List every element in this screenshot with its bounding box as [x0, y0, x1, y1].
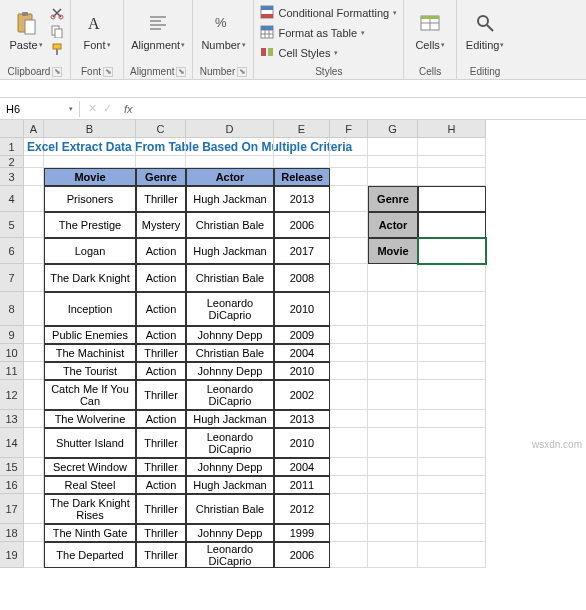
row-header[interactable]: 5 — [0, 212, 24, 238]
row-header[interactable]: 13 — [0, 410, 24, 428]
table-cell[interactable]: Thriller — [136, 344, 186, 362]
criteria-value[interactable] — [418, 238, 486, 264]
cell[interactable] — [418, 362, 486, 380]
cell[interactable] — [330, 524, 368, 542]
cell[interactable] — [186, 138, 274, 156]
table-cell[interactable]: Christian Bale — [186, 494, 274, 524]
table-cell[interactable]: Public Enemies — [44, 326, 136, 344]
table-cell[interactable]: The Tourist — [44, 362, 136, 380]
row-header[interactable]: 1 — [0, 138, 24, 156]
cell[interactable] — [418, 494, 486, 524]
cell[interactable] — [368, 380, 418, 410]
cell[interactable] — [330, 476, 368, 494]
row-header[interactable]: 3 — [0, 168, 24, 186]
table-cell[interactable]: 2006 — [274, 542, 330, 568]
cell[interactable] — [368, 524, 418, 542]
row-header[interactable]: 11 — [0, 362, 24, 380]
cell[interactable] — [24, 524, 44, 542]
row-header[interactable]: 14 — [0, 428, 24, 458]
column-header[interactable]: A — [24, 120, 44, 138]
column-header[interactable]: F — [330, 120, 368, 138]
cell[interactable] — [24, 380, 44, 410]
cell[interactable] — [330, 186, 368, 212]
formula-input[interactable] — [137, 101, 586, 117]
cell[interactable] — [136, 138, 186, 156]
cell[interactable] — [330, 138, 368, 156]
table-cell[interactable]: The Departed — [44, 542, 136, 568]
cell[interactable] — [368, 428, 418, 458]
cell[interactable] — [418, 410, 486, 428]
cell[interactable] — [368, 410, 418, 428]
table-cell[interactable]: 1999 — [274, 524, 330, 542]
cell[interactable] — [330, 156, 368, 168]
column-header[interactable]: B — [44, 120, 136, 138]
cell[interactable] — [24, 186, 44, 212]
cell[interactable] — [418, 524, 486, 542]
cell[interactable] — [368, 458, 418, 476]
table-cell[interactable]: The Dark Knight — [44, 264, 136, 292]
cell[interactable] — [418, 138, 486, 156]
cell[interactable] — [330, 542, 368, 568]
cell[interactable] — [368, 326, 418, 344]
table-cell[interactable]: Logan — [44, 238, 136, 264]
table-cell[interactable]: Thriller — [136, 494, 186, 524]
cell[interactable] — [274, 138, 330, 156]
table-cell[interactable]: Hugh Jackman — [186, 186, 274, 212]
table-cell[interactable]: Leonardo DiCaprio — [186, 292, 274, 326]
row-header[interactable]: 8 — [0, 292, 24, 326]
conditional-formatting-button[interactable]: Conditional Formatting▾ — [260, 4, 397, 22]
table-cell[interactable]: Leonardo DiCaprio — [186, 428, 274, 458]
table-cell[interactable]: 2011 — [274, 476, 330, 494]
table-cell[interactable]: Hugh Jackman — [186, 238, 274, 264]
cell[interactable] — [24, 494, 44, 524]
cell[interactable] — [24, 428, 44, 458]
cell[interactable] — [418, 292, 486, 326]
format-painter-icon[interactable] — [50, 42, 64, 58]
row-header[interactable]: 19 — [0, 542, 24, 568]
cell[interactable] — [330, 410, 368, 428]
cell[interactable] — [368, 542, 418, 568]
cell[interactable] — [418, 168, 486, 186]
cell[interactable] — [330, 264, 368, 292]
table-cell[interactable]: Hugh Jackman — [186, 476, 274, 494]
table-cell[interactable]: Catch Me If You Can — [44, 380, 136, 410]
page-title[interactable]: Excel Extract Data From Table Based On M… — [24, 138, 44, 156]
table-cell[interactable]: Hugh Jackman — [186, 410, 274, 428]
cell[interactable] — [24, 264, 44, 292]
table-cell[interactable]: 2010 — [274, 292, 330, 326]
table-cell[interactable]: The Machinist — [44, 344, 136, 362]
cell[interactable] — [368, 168, 418, 186]
cell[interactable] — [330, 494, 368, 524]
cell[interactable] — [418, 458, 486, 476]
table-cell[interactable]: 2012 — [274, 494, 330, 524]
table-cell[interactable]: Action — [136, 410, 186, 428]
cell[interactable] — [330, 380, 368, 410]
cell[interactable] — [24, 542, 44, 568]
cell[interactable] — [418, 476, 486, 494]
column-header[interactable]: D — [186, 120, 274, 138]
table-cell[interactable]: Action — [136, 476, 186, 494]
cell[interactable] — [418, 542, 486, 568]
cell[interactable] — [418, 326, 486, 344]
cell[interactable] — [368, 362, 418, 380]
cell[interactable] — [24, 156, 44, 168]
alignment-button[interactable]: Alignment▾ — [130, 2, 186, 58]
cells-button[interactable]: Cells▾ — [410, 2, 450, 58]
table-cell[interactable]: Real Steel — [44, 476, 136, 494]
row-header[interactable]: 15 — [0, 458, 24, 476]
cell[interactable] — [330, 458, 368, 476]
cell[interactable] — [330, 168, 368, 186]
table-cell[interactable]: Thriller — [136, 380, 186, 410]
fx-icon[interactable]: fx — [120, 103, 137, 115]
cell[interactable] — [368, 292, 418, 326]
format-as-table-button[interactable]: Format as Table▾ — [260, 24, 397, 42]
table-cell[interactable]: Action — [136, 264, 186, 292]
cell[interactable] — [330, 292, 368, 326]
table-cell[interactable]: 2002 — [274, 380, 330, 410]
column-header[interactable]: G — [368, 120, 418, 138]
cell[interactable] — [24, 238, 44, 264]
cell[interactable] — [186, 156, 274, 168]
table-cell[interactable]: 2017 — [274, 238, 330, 264]
cell[interactable] — [418, 156, 486, 168]
table-cell[interactable]: The Dark Knight Rises — [44, 494, 136, 524]
